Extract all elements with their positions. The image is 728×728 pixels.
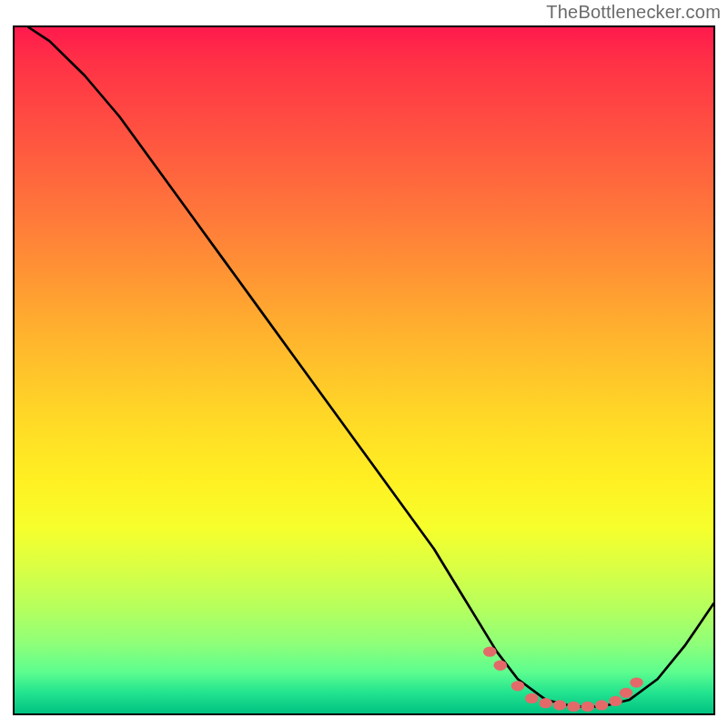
plot-area — [13, 25, 715, 715]
bottleneck-chart: TheBottlenecker.com — [0, 0, 728, 728]
curve-svg — [15, 27, 713, 713]
highlight-dot — [630, 677, 643, 687]
highlight-dot — [567, 702, 581, 712]
highlight-dot — [620, 688, 633, 698]
highlight-dot — [553, 700, 567, 710]
highlight-dot — [525, 693, 539, 703]
highlight-dot — [539, 698, 552, 708]
highlight-dot — [511, 681, 525, 691]
highlight-dot — [581, 702, 594, 712]
attribution-text: TheBottlenecker.com — [546, 2, 721, 23]
highlight-dot — [483, 646, 497, 656]
highlight-dots-group — [483, 646, 643, 712]
highlight-dot — [609, 696, 622, 706]
highlight-dot — [595, 700, 609, 710]
bottleneck-curve-path — [28, 27, 713, 706]
highlight-dot — [493, 661, 507, 671]
